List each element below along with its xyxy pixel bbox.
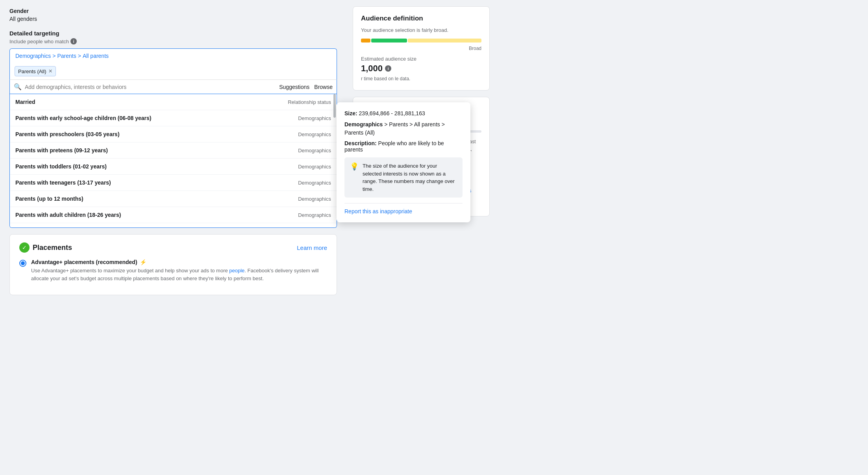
lightbulb-text: The size of the audience for your select… xyxy=(363,162,457,193)
tooltip-divider xyxy=(344,203,463,203)
gender-section: Gender All genders xyxy=(9,8,337,22)
check-circle-icon: ✓ xyxy=(19,242,30,253)
audience-size-info-icon[interactable]: i xyxy=(385,65,391,72)
breadcrumb-demographics[interactable]: Demographics xyxy=(15,53,51,59)
list-item[interactable]: Parents with toddlers (01-02 years) Demo… xyxy=(10,159,337,175)
list-item[interactable]: Married Relationship status xyxy=(10,94,337,110)
gender-label: Gender xyxy=(9,8,337,14)
tag-row: Parents (All) × xyxy=(9,63,337,79)
list-item[interactable]: In a relationship Relationship status xyxy=(10,223,337,228)
lightbulb-icon: 💡 xyxy=(350,162,359,171)
audience-bar xyxy=(361,39,481,43)
breadcrumb-sep1: > xyxy=(52,53,56,59)
breadcrumb-all-parents[interactable]: All parents xyxy=(83,53,109,59)
tooltip-popup: Size: 239,694,866 - 281,881,163 Demograp… xyxy=(337,102,470,222)
placements-title: Placements xyxy=(33,244,72,252)
advantage-title: Advantage+ placements (recommended) ⚡ xyxy=(31,259,327,265)
size-label: Estimated audience size xyxy=(361,56,481,62)
browse-button[interactable]: Browse xyxy=(314,84,333,90)
suggestions-button[interactable]: Suggestions xyxy=(279,84,309,90)
dropdown-list: Married Relationship status Parents with… xyxy=(9,94,337,228)
bar-red xyxy=(361,39,370,43)
audience-definition-card: Audience definition Your audience select… xyxy=(353,6,490,91)
breadcrumb-parents[interactable]: Parents xyxy=(57,53,76,59)
bar-green xyxy=(371,39,407,43)
breadcrumb: Demographics > Parents > All parents xyxy=(9,48,337,63)
tooltip-desc: Description: People who are likely to be… xyxy=(344,140,463,153)
list-item[interactable]: Parents with preteens (09-12 years) Demo… xyxy=(10,142,337,159)
advantage-desc: Use Advantage+ placements to maximize yo… xyxy=(31,267,327,282)
people-link[interactable]: people xyxy=(229,268,244,274)
include-label: Include people who match i xyxy=(9,38,337,44)
placements-title-wrap: ✓ Placements xyxy=(19,242,72,253)
tooltip-size: Size: 239,694,866 - 281,881,163 xyxy=(344,110,463,116)
search-icon: 🔍 xyxy=(14,83,22,91)
audience-definition-title: Audience definition xyxy=(361,15,481,22)
list-item[interactable]: Parents (up to 12 months) Demographics xyxy=(10,191,337,207)
audience-subtitle: Your audience selection is fairly broad. xyxy=(361,27,481,33)
bar-yellow xyxy=(408,39,481,43)
tooltip-path: Demographics > Parents > All parents >Pa… xyxy=(344,120,463,137)
placements-header: ✓ Placements Learn more xyxy=(19,242,327,253)
tooltip-lightbulb-box: 💡 The size of the audience for your sele… xyxy=(344,157,463,198)
detailed-targeting-title: Detailed targeting xyxy=(9,30,337,37)
scrollbar[interactable] xyxy=(333,94,336,118)
report-inappropriate-link[interactable]: Report this as inappropriate xyxy=(344,208,412,214)
list-item[interactable]: Parents with early school-age children (… xyxy=(10,110,337,126)
search-actions: Suggestions Browse xyxy=(279,84,333,90)
detailed-targeting-section: Detailed targeting Include people who ma… xyxy=(9,30,337,228)
broad-label: Broad xyxy=(361,46,481,51)
placements-learn-more[interactable]: Learn more xyxy=(297,244,327,251)
placements-section: ✓ Placements Learn more Advantage+ place… xyxy=(9,234,337,295)
advantage-icon: ⚡ xyxy=(140,259,146,265)
audience-size-value: 1,000 i xyxy=(361,63,481,74)
search-input[interactable] xyxy=(25,84,276,90)
gender-value: All genders xyxy=(9,16,337,22)
list-item[interactable]: Parents with teenagers (13-17 years) Dem… xyxy=(10,175,337,191)
advantage-placement-option[interactable]: Advantage+ placements (recommended) ⚡ Us… xyxy=(19,259,327,282)
advantage-radio[interactable] xyxy=(19,260,26,267)
search-container: 🔍 Suggestions Browse xyxy=(9,79,337,94)
list-item[interactable]: Parents with preschoolers (03-05 years) … xyxy=(10,126,337,142)
tag-close-button[interactable]: × xyxy=(49,68,52,74)
tag-label: Parents (All) xyxy=(18,68,46,74)
breadcrumb-sep2: > xyxy=(78,53,81,59)
right-panel: Audience definition Your audience select… xyxy=(346,0,496,475)
audience-size-note: r time based on le data. xyxy=(361,75,481,82)
list-item[interactable]: Parents with adult children (18-26 years… xyxy=(10,207,337,223)
parents-all-tag: Parents (All) × xyxy=(15,66,56,76)
include-info-icon[interactable]: i xyxy=(70,38,77,44)
